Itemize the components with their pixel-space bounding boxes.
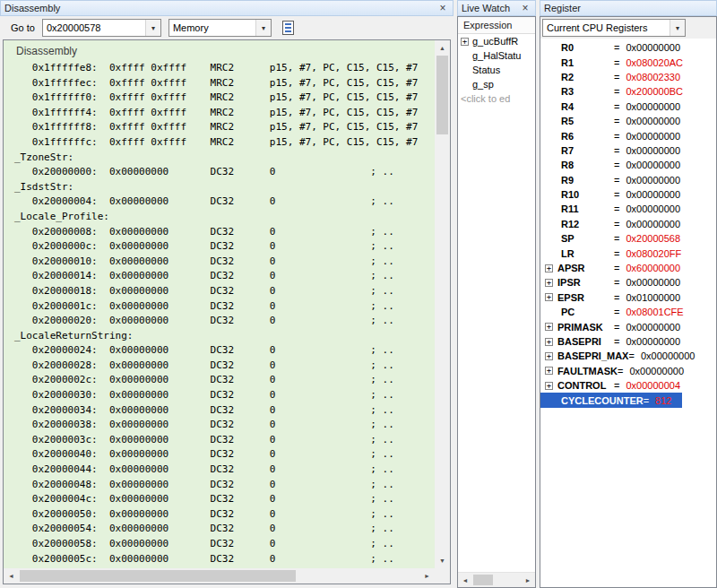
register-row-r11[interactable]: R11=0x00000000 [540,202,682,216]
disasm-line[interactable]: _IsdstStr: [14,180,435,195]
live-watch-item[interactable]: +g_ucBuffR [458,34,535,48]
disasm-line[interactable]: 0x2000005c: 0x00000000 DC32 0 ; .. [14,552,435,567]
disassembly-titlebar[interactable]: Disassembly × [0,0,454,16]
disasm-line[interactable]: 0x20000018: 0x00000000 DC32 0 ; .. [14,284,435,299]
register-row-lr[interactable]: LR=0x080020FF [540,246,682,260]
live-watch-item[interactable]: Status [458,63,535,77]
view-mode-combobox[interactable]: Memory ▾ [168,19,272,37]
disasm-line[interactable]: 0x1ffffff8: 0xffff 0xffff MRC2 p15, #7, … [14,120,435,135]
disasm-line[interactable]: _TzoneStr: [14,151,435,166]
live-watch-titlebar[interactable]: Live Watch × [457,0,536,16]
scroll-right-icon[interactable]: ► [521,573,535,587]
disasm-line[interactable]: _LocaleReturnString: [14,329,435,344]
register-group-combobox[interactable]: Current CPU Registers ▾ [542,19,686,37]
register-row-r3[interactable]: R3=0x200000BC [540,84,682,99]
disasm-line[interactable]: 0x2000000c: 0x00000000 DC32 0 ; .. [14,239,435,255]
disasm-line[interactable]: 0x1ffffffc: 0xffff 0xffff MRC2 p15, #7, … [14,135,435,151]
register-row-epsr[interactable]: +EPSR=0x01000000 [540,290,682,305]
register-row-r10[interactable]: R10=0x00000000 [540,187,682,202]
horizontal-scrollbar[interactable]: ◄ ► [4,568,435,584]
scroll-left-icon[interactable]: ◄ [4,568,19,584]
register-row-sp[interactable]: SP=0x20000568 [540,231,682,246]
disasm-line[interactable]: 0x1ffffff4: 0xffff 0xffff MRC2 p15, #7, … [14,106,435,121]
disasm-line[interactable]: 0x20000008: 0x00000000 DC32 0 ; .. [14,225,435,240]
expand-icon[interactable]: + [461,38,469,46]
register-row-apsr[interactable]: +APSR=0x60000000 [540,261,682,275]
scroll-right-icon[interactable]: ► [419,568,435,584]
disasm-line[interactable]: 0x20000040: 0x00000000 DC32 0 ; .. [14,447,435,463]
register-titlebar[interactable]: Register [540,0,717,16]
disasm-line[interactable]: 0x1fffffe8: 0xffff 0xffff MRC2 p15, #7, … [14,61,435,76]
chevron-down-icon[interactable]: ▾ [669,20,685,36]
register-row-control[interactable]: +CONTROL=0x00000004 [540,378,682,393]
disasm-line[interactable]: 0x20000024: 0x00000000 DC32 0 ; .. [14,343,435,359]
register-row-primask[interactable]: +PRIMASK=0x00000000 [540,319,682,333]
disasm-line[interactable]: 0x20000054: 0x00000000 DC32 0 ; .. [14,522,435,537]
disassembly-code-area[interactable]: Disassembly 0x1fffffe8: 0xffff 0xffff MR… [4,40,435,568]
register-row-r6[interactable]: R6=0x00000000 [540,128,682,143]
disasm-line[interactable]: 0x1fffffec: 0xffff 0xffff MRC2 p15, #7, … [14,76,435,91]
expand-icon[interactable]: + [545,352,553,360]
disasm-line[interactable]: _Locale_Profile: [14,210,435,225]
expression-column-header[interactable]: Expression [458,17,535,34]
register-row-r9[interactable]: R9=0x00000000 [540,173,682,187]
expand-icon[interactable]: + [545,367,553,375]
scroll-up-icon[interactable]: ▲ [435,40,450,56]
register-row-r7[interactable]: R7=0x00000000 [540,143,682,158]
disasm-line[interactable]: 0x20000014: 0x00000000 DC32 0 ; .. [14,269,435,284]
expand-icon[interactable]: + [545,382,553,390]
expand-icon[interactable]: + [545,279,553,287]
expand-icon[interactable]: + [545,264,553,272]
disasm-line[interactable]: 0x20000000: 0x00000000 DC32 0 ; .. [14,165,435,180]
register-row-ipsr[interactable]: +IPSR=0x00000000 [540,275,682,290]
register-row-r1[interactable]: R1=0x080020AC [540,55,682,69]
live-watch-item[interactable]: g_sp [458,77,535,91]
disasm-line[interactable]: 0x20000028: 0x00000000 DC32 0 ; .. [14,359,435,374]
register-row-basepri_max[interactable]: +BASEPRI_MAX=0x00000000 [540,349,682,363]
live-watch-item[interactable]: <click to ed [458,91,535,106]
register-row-basepri[interactable]: +BASEPRI=0x00000000 [540,334,682,349]
disasm-line[interactable]: 0x2000004c: 0x00000000 DC32 0 ; .. [14,492,435,507]
register-row-r5[interactable]: R5=0x00000000 [540,114,682,128]
disasm-line[interactable]: 0x20000010: 0x00000000 DC32 0 ; .. [14,255,435,270]
register-name-cell: LR [544,248,614,259]
chevron-down-icon[interactable]: ▾ [145,20,160,36]
scrollbar-thumb[interactable] [473,575,493,585]
live-watch-item[interactable]: g_HalStatu [458,48,535,63]
register-row-r8[interactable]: R8=0x00000000 [540,158,682,172]
disasm-line[interactable]: 0x20000034: 0x00000000 DC32 0 ; .. [14,403,435,419]
disasm-line[interactable]: 0x1ffffff0: 0xffff 0xffff MRC2 p15, #7, … [14,91,435,106]
chevron-down-icon[interactable]: ▾ [255,20,271,36]
register-row-cyclecounter[interactable]: CYCLECOUNTER=812 [540,393,682,407]
expand-icon[interactable]: + [545,293,553,301]
disasm-line[interactable]: 0x20000050: 0x00000000 DC32 0 ; .. [14,507,435,523]
register-row-r4[interactable]: R4=0x00000000 [540,99,682,114]
expand-icon[interactable]: + [545,323,553,331]
disasm-line[interactable]: 0x20000044: 0x00000000 DC32 0 ; .. [14,463,435,478]
register-row-r12[interactable]: R12=0x00000000 [540,217,682,231]
register-row-r0[interactable]: R0=0x00000000 [540,40,682,55]
goto-address-combobox[interactable]: 0x20000578 ▾ [42,19,161,37]
vertical-scrollbar[interactable]: ▲ ▼ [435,40,450,568]
disasm-line[interactable]: 0x2000003c: 0x00000000 DC32 0 ; .. [14,433,435,448]
scrollbar-thumb[interactable] [20,570,296,582]
disasm-line[interactable]: 0x20000038: 0x00000000 DC32 0 ; .. [14,418,435,433]
close-icon[interactable]: × [519,3,531,13]
disasm-line[interactable]: 0x20000058: 0x00000000 DC32 0 ; .. [14,537,435,552]
disasm-line[interactable]: 0x20000004: 0x00000000 DC32 0 ; .. [14,195,435,210]
disasm-line[interactable]: 0x2000001c: 0x00000000 DC32 0 ; .. [14,299,435,315]
register-row-r2[interactable]: R2=0x08002330 [540,70,682,84]
close-icon[interactable]: × [436,3,449,13]
scroll-down-icon[interactable]: ▼ [435,553,450,568]
memory-window-button[interactable] [278,18,299,38]
horizontal-scrollbar[interactable]: ◄ ► [458,572,535,587]
register-row-faultmask[interactable]: +FAULTMASK=0x00000000 [540,364,682,378]
disasm-line[interactable]: 0x20000020: 0x00000000 DC32 0 ; .. [14,314,435,329]
register-row-pc[interactable]: PC=0x08001CFE [540,305,682,319]
disasm-line[interactable]: 0x20000030: 0x00000000 DC32 0 ; .. [14,388,435,403]
scrollbar-thumb[interactable] [436,56,448,134]
disasm-line[interactable]: 0x2000002c: 0x00000000 DC32 0 ; .. [14,373,435,388]
scroll-left-icon[interactable]: ◄ [458,573,472,587]
disasm-line[interactable]: 0x20000048: 0x00000000 DC32 0 ; .. [14,478,435,493]
expand-icon[interactable]: + [545,338,553,346]
